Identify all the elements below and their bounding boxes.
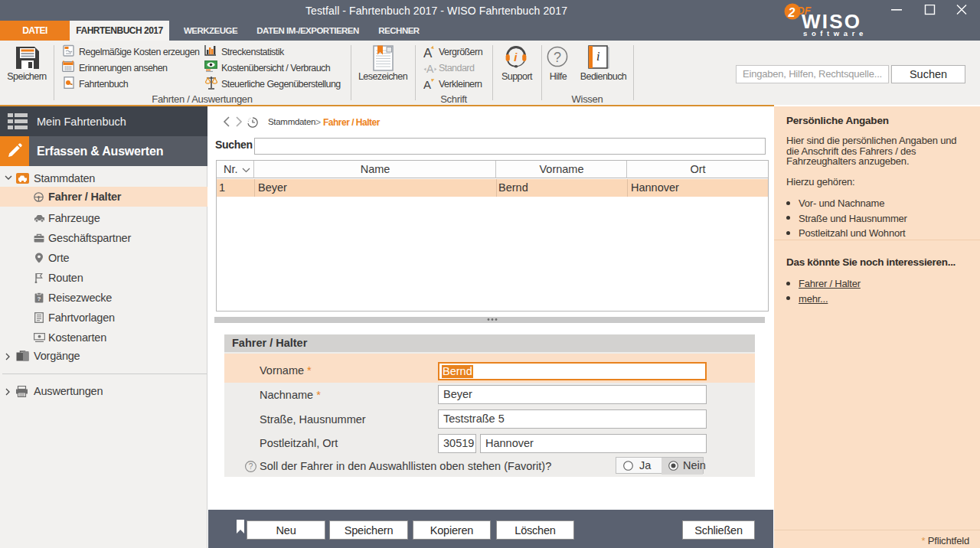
svg-text:2: 2 — [788, 6, 795, 19]
svg-text:i: i — [596, 50, 599, 63]
svg-text:A: A — [426, 63, 434, 73]
svg-text:i: i — [514, 51, 518, 64]
svg-text:software: software — [803, 29, 867, 38]
svg-text:?: ? — [554, 50, 561, 65]
svg-text:A: A — [423, 78, 431, 90]
svg-text:A: A — [423, 46, 433, 59]
svg-text:?: ? — [249, 462, 253, 471]
svg-text:?: ? — [38, 295, 41, 302]
